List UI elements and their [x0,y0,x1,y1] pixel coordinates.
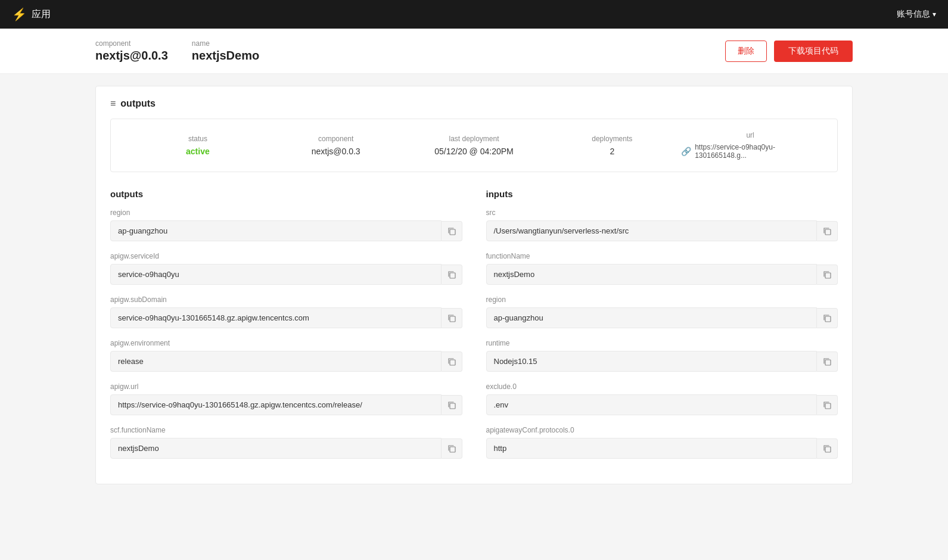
url-value-row: 🔗 https://service-o9haq0yu-1301665148.g.… [681,143,819,160]
last-deployment-col: last deployment 05/12/20 @ 04:20PM [405,135,543,156]
field-label: exclude.0 [486,382,838,391]
chevron-down-icon: ▾ [933,10,936,18]
field-group: functionNamenextjsDemo [486,252,838,285]
svg-rect-9 [825,360,831,365]
status-row: status active component nextjs@0.0.3 las… [110,119,838,172]
link-icon: 🔗 [681,147,691,156]
inputs-fields: src/Users/wangtianyun/serverless-next/sr… [486,209,838,459]
svg-rect-8 [825,316,831,322]
field-group: runtimeNodejs10.15 [486,339,838,372]
field-label: apigw.environment [110,339,462,347]
field-row: http [486,438,838,459]
account-menu[interactable]: 账号信息 ▾ [897,9,936,20]
svg-rect-0 [450,229,455,235]
field-value: nextjsDemo [486,264,818,285]
name-label: name [192,39,259,48]
field-label: region [486,295,838,304]
inputs-section-title: inputs [486,189,838,199]
last-deployment-label: last deployment [449,135,499,143]
copy-button[interactable] [442,265,462,285]
outputs-fields: regionap-guangzhou apigw.serviceIdservic… [110,209,462,459]
field-row: nextjsDemo [110,438,462,459]
copy-button[interactable] [442,308,462,328]
card-title: ≡ outputs [110,98,838,109]
field-value: .env [486,394,818,415]
field-row: https://service-o9haq0yu-1301665148.gz.a… [110,394,462,415]
name-value: nextjsDemo [192,49,259,63]
field-value: service-o9haq0yu-1301665148.gz.apigw.ten… [110,307,442,328]
account-label: 账号信息 [897,9,930,20]
field-value: https://service-o9haq0yu-1301665148.gz.a… [110,394,442,415]
field-row: service-o9haq0yu [110,264,462,285]
header-actions: 删除 下载项目代码 [725,41,853,62]
copy-button[interactable] [817,438,838,459]
field-label: scf.functionName [110,426,462,434]
copy-button[interactable] [442,351,462,372]
svg-rect-6 [825,229,831,235]
copy-button[interactable] [817,308,838,328]
field-value: nextjsDemo [110,438,442,459]
field-row: ap-guangzhou [110,220,462,241]
field-row: release [110,351,462,372]
copy-button[interactable] [817,221,838,241]
copy-button[interactable] [817,351,838,372]
brand: ⚡ 应用 [12,7,51,21]
svg-rect-2 [450,316,455,322]
svg-rect-4 [450,403,455,409]
field-group: apigw.subDomainservice-o9haq0yu-13016651… [110,295,462,328]
card-title-text: outputs [120,98,156,109]
outputs-section-title: outputs [110,189,462,199]
svg-rect-11 [825,447,831,452]
component-meta: component nextjs@0.0.3 [95,39,168,63]
field-group: regionap-guangzhou [110,209,462,241]
field-label: functionName [486,252,838,260]
copy-button[interactable] [817,265,838,285]
status-col: status active [129,135,267,156]
field-group: apigw.serviceIdservice-o9haq0yu [110,252,462,285]
copy-button[interactable] [442,438,462,459]
copy-button[interactable] [817,395,838,415]
url-value[interactable]: https://service-o9haq0yu-1301665148.g... [695,143,819,160]
field-group: scf.functionNamenextjsDemo [110,426,462,459]
header-meta: component nextjs@0.0.3 name nextjsDemo [95,39,259,63]
brand-label: 应用 [32,8,51,21]
field-row: /Users/wangtianyun/serverless-next/src [486,220,838,241]
delete-button[interactable]: 删除 [725,41,767,62]
name-meta: name nextjsDemo [192,39,259,63]
field-value: Nodejs10.15 [486,351,818,372]
svg-rect-1 [450,273,455,278]
field-group: exclude.0.env [486,382,838,415]
field-row: ap-guangzhou [486,307,838,328]
page-header: component nextjs@0.0.3 name nextjsDemo 删… [0,29,948,74]
copy-button[interactable] [442,221,462,241]
download-button[interactable]: 下载项目代码 [774,41,853,62]
svg-rect-3 [450,360,455,365]
field-row: service-o9haq0yu-1301665148.gz.apigw.ten… [110,307,462,328]
field-row: nextjsDemo [486,264,838,285]
field-value: service-o9haq0yu [110,264,442,285]
field-group: regionap-guangzhou [486,295,838,328]
brand-icon: ⚡ [12,7,27,21]
svg-rect-5 [450,447,455,452]
last-deployment-value: 05/12/20 @ 04:20PM [434,147,514,156]
field-row: Nodejs10.15 [486,351,838,372]
deployments-value: 2 [610,147,614,156]
field-label: runtime [486,339,838,347]
field-label: region [110,209,462,217]
field-value: http [486,438,818,459]
field-value: ap-guangzhou [486,307,818,328]
field-label: src [486,209,838,217]
outputs-section: outputs regionap-guangzhou apigw.service… [110,189,462,469]
field-value: ap-guangzhou [110,220,442,241]
status-label: status [188,135,207,143]
deployments-col: deployments 2 [543,135,681,156]
copy-button[interactable] [442,395,462,415]
field-group: apigw.environmentrelease [110,339,462,372]
detail-columns: outputs regionap-guangzhou apigw.service… [110,189,838,469]
status-value: active [186,147,210,156]
svg-rect-7 [825,273,831,278]
component-label: component [95,39,168,48]
field-group: apigatewayConf.protocols.0http [486,426,838,459]
svg-rect-10 [825,403,831,409]
field-group: apigw.urlhttps://service-o9haq0yu-130166… [110,382,462,415]
